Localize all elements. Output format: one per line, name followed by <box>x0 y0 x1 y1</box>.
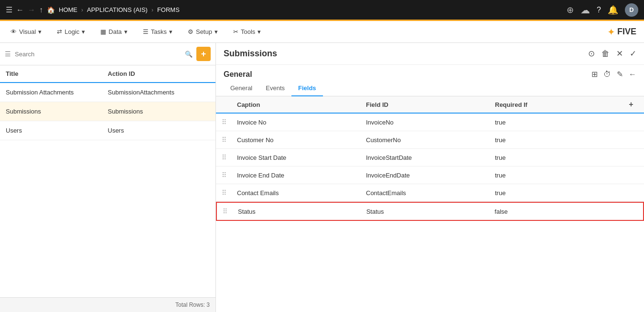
fields-table: Caption Field ID Required If + ⠿ Invoice… <box>216 96 644 312</box>
right-panel-title: Submissions <box>224 49 277 59</box>
setup-label: Setup <box>196 28 212 35</box>
visual-menu[interactable]: 👁 Visual ▾ <box>8 26 44 37</box>
hamburger-icon[interactable]: ☰ <box>6 5 12 14</box>
list-item[interactable]: Users Users <box>0 121 215 140</box>
fields-add-button[interactable]: + <box>629 100 633 108</box>
list-item-id: SubmissionAttachments <box>108 89 210 96</box>
list-item[interactable]: Submission Attachments SubmissionAttachm… <box>0 83 215 102</box>
tab-general[interactable]: General <box>224 81 259 96</box>
add-button[interactable]: + <box>196 47 211 61</box>
top-bar-right: ⊕ ☁ ? 🔔 D <box>567 3 638 17</box>
secondary-toolbar: 👁 Visual ▾ ⇄ Logic ▾ ▦ Data ▾ ☰ Tasks ▾ … <box>0 21 644 43</box>
general-toolbar: ⊞ ⏱ ✎ ← <box>591 70 636 79</box>
field-row[interactable]: ⠿ Contact Emails ContactEmails true <box>216 184 644 202</box>
drag-handle[interactable]: ⠿ <box>222 189 237 197</box>
drag-handle[interactable]: ⠿ <box>222 118 237 126</box>
delete-icon[interactable]: 🗑 <box>601 49 610 59</box>
field-caption: Invoice End Date <box>237 172 366 179</box>
tab-events[interactable]: Events <box>259 81 291 96</box>
forms-link[interactable]: FORMS <box>157 6 180 13</box>
field-id: ContactEmails <box>366 189 495 197</box>
drag-handle[interactable]: ⠿ <box>223 208 238 215</box>
clock-icon[interactable]: ⏱ <box>603 70 611 79</box>
home-link[interactable]: HOME <box>59 6 77 13</box>
list-item-title: Submissions <box>6 108 108 115</box>
right-toolbar: ⊙ 🗑 ✕ ✓ <box>588 49 636 59</box>
visual-chevron: ▾ <box>38 28 42 35</box>
logic-label: Logic <box>64 28 79 35</box>
logic-menu[interactable]: ⇄ Logic ▾ <box>54 26 88 37</box>
tools-label: Tools <box>241 28 255 35</box>
tools-icon: ✂ <box>233 28 238 35</box>
support-icon[interactable]: ⊕ <box>567 5 574 15</box>
up-icon[interactable]: ↑ <box>39 6 43 14</box>
right-panel: Submissions ⊙ 🗑 ✕ ✓ General ⊞ ⏱ ✎ ← Gen <box>216 43 644 312</box>
list-header-title: Title <box>6 70 108 77</box>
nav-arrow-1: › <box>81 7 83 13</box>
field-caption: Contact Emails <box>237 189 366 197</box>
left-panel: ☰ 🔍 + Title Action ID Submission Attachm… <box>0 43 216 312</box>
list-header: Title Action ID <box>0 65 215 83</box>
add-col-header: + <box>624 100 638 109</box>
drag-handle[interactable]: ⠿ <box>222 171 237 179</box>
drag-handle[interactable]: ⠿ <box>222 154 237 161</box>
tasks-icon: ☰ <box>143 28 149 35</box>
back-circle-icon[interactable]: ⊙ <box>588 49 595 59</box>
gear-icon: ⚙ <box>188 28 193 35</box>
field-caption: Invoice Start Date <box>237 154 366 161</box>
field-required-if: true <box>495 154 624 161</box>
home-icon: 🏠 <box>47 6 55 14</box>
applications-link[interactable]: APPLICATIONS (AIS) <box>87 6 148 13</box>
data-menu[interactable]: ▦ Data ▾ <box>97 26 130 37</box>
field-row[interactable]: ⠿ Invoice End Date InvoiceEndDate true <box>216 166 644 184</box>
list-footer: Total Rows: 3 <box>0 297 215 312</box>
field-row[interactable]: ⠿ Invoice Start Date InvoiceStartDate tr… <box>216 149 644 166</box>
top-bar: ☰ ← → ↑ 🏠 HOME › APPLICATIONS (AIS) › FO… <box>0 0 644 21</box>
back-icon[interactable]: ← <box>16 6 24 14</box>
tasks-label: Tasks <box>151 28 167 35</box>
field-caption: Status <box>238 208 366 215</box>
list-items: Submission Attachments SubmissionAttachm… <box>0 83 215 297</box>
eye-icon: 👁 <box>11 28 17 35</box>
requiredif-col-header: Required If <box>495 101 624 108</box>
list-header-action-id: Action ID <box>108 70 210 77</box>
five-logo-text: FIVE <box>617 27 636 37</box>
drag-handle[interactable]: ⠿ <box>222 136 237 144</box>
search-icon[interactable]: 🔍 <box>185 51 193 58</box>
five-star-icon: ✦ <box>607 26 615 38</box>
tab-fields[interactable]: Fields <box>291 81 323 96</box>
field-required-if: true <box>495 172 624 179</box>
filter-icon: ☰ <box>5 50 11 58</box>
nav-arrow-2: › <box>151 7 153 13</box>
forward-icon[interactable]: → <box>28 6 35 14</box>
avatar[interactable]: D <box>625 3 638 17</box>
top-bar-left: ☰ ← → ↑ 🏠 HOME › APPLICATIONS (AIS) › FO… <box>6 5 180 14</box>
bell-icon[interactable]: 🔔 <box>608 5 618 15</box>
tasks-menu[interactable]: ☰ Tasks ▾ <box>140 26 175 37</box>
close-icon[interactable]: ✕ <box>616 49 623 59</box>
help-icon[interactable]: ? <box>597 6 601 14</box>
field-row[interactable]: ⠿ Customer No CustomerNo true <box>216 131 644 149</box>
confirm-icon[interactable]: ✓ <box>630 49 636 59</box>
field-id: InvoiceNo <box>366 119 495 126</box>
go-back-icon[interactable]: ← <box>629 70 636 79</box>
general-header: General ⊞ ⏱ ✎ ← <box>216 65 644 79</box>
general-title: General <box>224 70 252 79</box>
field-row[interactable]: ⠿ Status Status false <box>216 202 644 221</box>
list-item[interactable]: Submissions Submissions <box>0 102 215 121</box>
list-item-title: Submission Attachments <box>6 89 108 96</box>
right-header: Submissions ⊙ 🗑 ✕ ✓ <box>216 43 644 65</box>
setup-menu[interactable]: ⚙ Setup ▾ <box>185 26 221 37</box>
search-input[interactable] <box>15 51 181 58</box>
edit-icon[interactable]: ✎ <box>617 70 623 79</box>
tools-menu[interactable]: ✂ Tools ▾ <box>230 26 264 37</box>
display-icon[interactable]: ⊞ <box>591 70 598 79</box>
data-label: Data <box>108 28 121 35</box>
logic-icon: ⇄ <box>57 28 62 35</box>
search-bar: ☰ 🔍 + <box>0 43 215 65</box>
field-row[interactable]: ⠿ Invoice No InvoiceNo true <box>216 114 644 131</box>
field-required-if: false <box>494 208 623 215</box>
chat-icon[interactable]: ☁ <box>580 4 590 16</box>
field-id: CustomerNo <box>366 136 495 144</box>
field-id: Status <box>366 208 495 215</box>
